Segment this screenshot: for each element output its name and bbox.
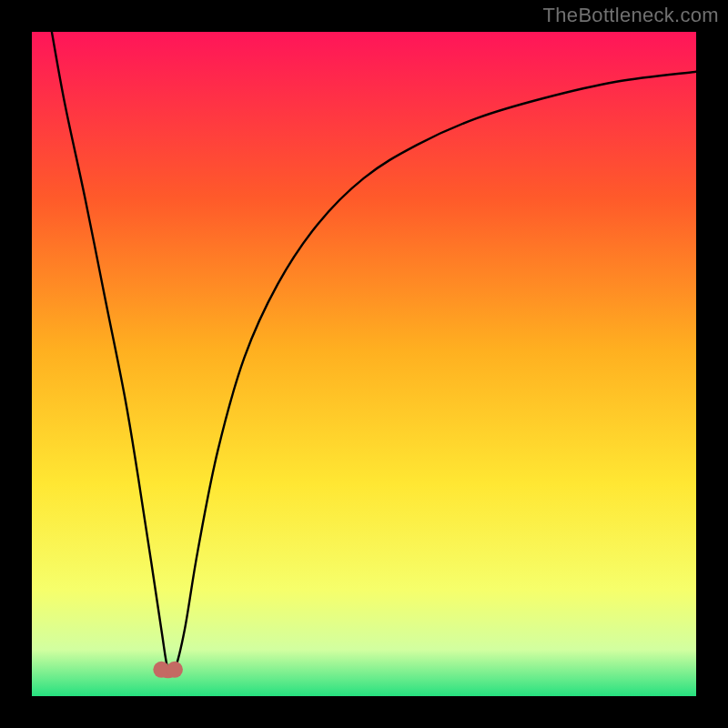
chart-frame: TheBottleneck.com [0, 0, 728, 728]
watermark-label: TheBottleneck.com [543, 4, 719, 27]
marker-min-right [167, 662, 183, 678]
gradient-background [32, 32, 696, 696]
bottleneck-chart [32, 32, 696, 696]
